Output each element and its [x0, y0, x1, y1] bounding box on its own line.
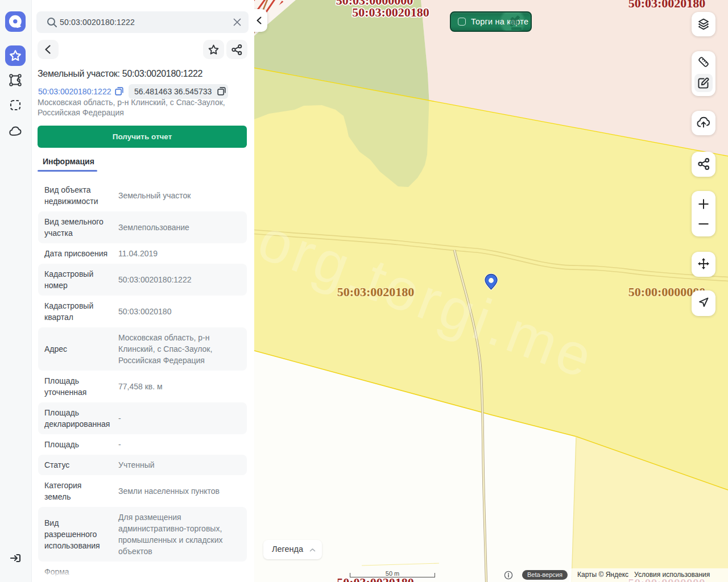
svg-text:50:03:0020180: 50:03:0020180	[352, 5, 429, 19]
svg-text:50:03:0020180: 50:03:0020180	[337, 285, 415, 299]
svg-text:50:03:0020180: 50:03:0020180	[628, 0, 706, 10]
